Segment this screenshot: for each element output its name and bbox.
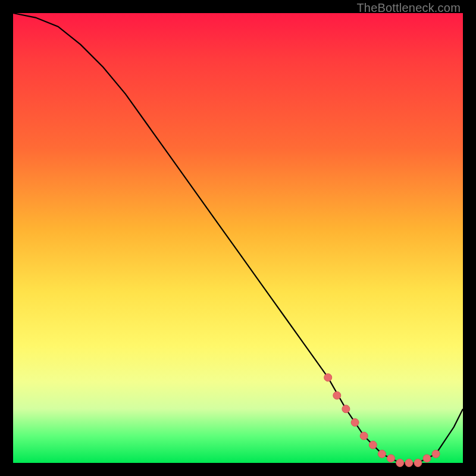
curve-marker [432, 450, 440, 458]
plot-area [13, 13, 463, 463]
curve-markers [324, 374, 440, 467]
curve-marker [342, 405, 350, 413]
curve-layer [13, 13, 463, 463]
curve-marker [378, 450, 386, 458]
curve-marker [333, 392, 341, 399]
curve-marker [369, 441, 377, 449]
bottleneck-curve [13, 13, 463, 463]
curve-marker [405, 459, 413, 467]
curve-marker [396, 459, 404, 467]
curve-marker [414, 459, 422, 467]
curve-marker [387, 455, 395, 462]
curve-marker [324, 374, 332, 381]
chart-frame: TheBottleneck.com [0, 0, 476, 476]
curve-marker [423, 455, 431, 462]
curve-marker [360, 432, 368, 440]
curve-marker [351, 419, 359, 427]
